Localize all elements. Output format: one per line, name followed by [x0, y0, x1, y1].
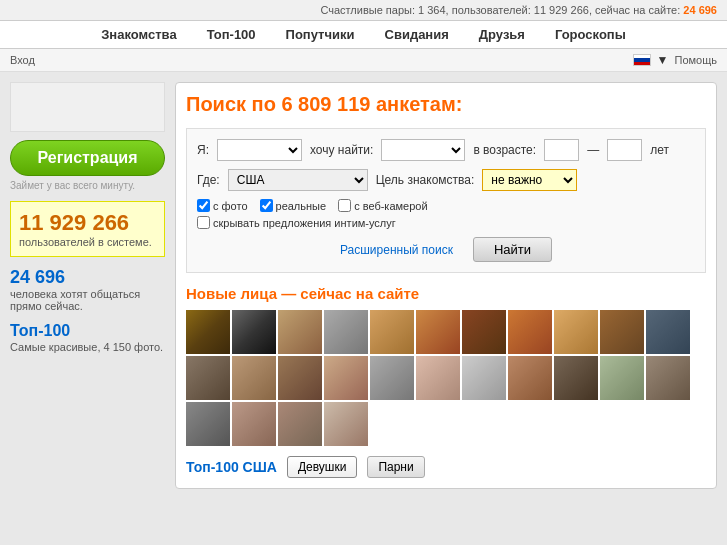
face-thumb-16[interactable]	[370, 356, 414, 400]
face-thumb-13[interactable]	[232, 356, 276, 400]
checkbox-hide-intimate-label[interactable]: скрывать предложения интим-услуг	[197, 216, 396, 229]
flag-icon	[633, 54, 651, 66]
face-thumb-25[interactable]	[278, 402, 322, 446]
i-am-label: Я:	[197, 143, 209, 157]
nav-top100[interactable]: Топ-100	[207, 27, 256, 42]
where-select[interactable]: США	[228, 169, 368, 191]
users-count-box: 11 929 266 пользователей в системе.	[10, 201, 165, 257]
happy-pairs-label: Счастливые пары:	[320, 4, 415, 16]
online-count-link[interactable]: 24 696	[683, 4, 717, 16]
guys-button[interactable]: Парни	[367, 456, 424, 478]
users-count-label: пользователей в системе.	[19, 236, 156, 248]
face-thumb-23[interactable]	[186, 402, 230, 446]
face-thumb-5[interactable]	[370, 310, 414, 354]
purpose-select[interactable]: не важно Дружба Общение Отношения	[482, 169, 577, 191]
looking-for-label: хочу найти:	[310, 143, 373, 157]
checkbox-real-label[interactable]: реальные	[260, 199, 327, 212]
girls-button[interactable]: Девушки	[287, 456, 358, 478]
faces-grid	[186, 310, 706, 446]
face-thumb-6[interactable]	[416, 310, 460, 354]
age-to-input[interactable]	[607, 139, 642, 161]
checkbox-hide-intimate[interactable]	[197, 216, 210, 229]
search-title: Поиск по 6 809 119 анкетам:	[186, 93, 706, 116]
face-thumb-10[interactable]	[600, 310, 644, 354]
reg-note: Займет у вас всего минуту.	[10, 180, 165, 191]
users-label: пользователей:	[452, 4, 531, 16]
face-thumb-4[interactable]	[324, 310, 368, 354]
new-faces-title: Новые лица — сейчас на сайте	[186, 285, 706, 302]
flag-lang: ▼ Помощь	[633, 53, 717, 67]
face-thumb-17[interactable]	[416, 356, 460, 400]
lang-dropdown-arrow[interactable]: ▼	[657, 53, 669, 67]
i-am-select[interactable]: Мужчина Женщина	[217, 139, 302, 161]
face-thumb-9[interactable]	[554, 310, 598, 354]
online-box: 24 696 человека хотят общатьсяпрямо сейч…	[10, 267, 165, 312]
face-thumb-26[interactable]	[324, 402, 368, 446]
face-thumb-11[interactable]	[646, 310, 690, 354]
face-thumb-24[interactable]	[232, 402, 276, 446]
top-bar: Счастливые пары: 1 364, пользователей: 1…	[0, 0, 727, 21]
face-thumb-20[interactable]	[554, 356, 598, 400]
find-button[interactable]: Найти	[473, 237, 552, 262]
checkboxes-row-2: скрывать предложения интим-услуг	[197, 216, 695, 229]
top100-sidebar-link[interactable]: Топ-100	[10, 322, 70, 339]
help-link[interactable]: Помощь	[675, 54, 718, 66]
register-button[interactable]: Регистрация	[10, 140, 165, 176]
sidebar: Регистрация Займет у вас всего минуту. 1…	[10, 82, 165, 489]
face-thumb-3[interactable]	[278, 310, 322, 354]
online-label: сейчас на сайте:	[595, 4, 680, 16]
nav-friends[interactable]: Друзья	[479, 27, 525, 42]
nav-dating[interactable]: Знакомства	[101, 27, 176, 42]
age-from-input[interactable]	[544, 139, 579, 161]
sub-bar: Вход ▼ Помощь	[0, 49, 727, 72]
face-thumb-21[interactable]	[600, 356, 644, 400]
face-thumb-19[interactable]	[508, 356, 552, 400]
age-suffix: лет	[650, 143, 669, 157]
search-box: Я: Мужчина Женщина хочу найти: Мужчину Ж…	[186, 128, 706, 273]
checkbox-photo-label[interactable]: с фото	[197, 199, 248, 212]
top100-box: Топ-100 Самые красивые, 4 150 фото.	[10, 322, 165, 354]
content-area: Поиск по 6 809 119 анкетам: Я: Мужчина Ж…	[175, 82, 717, 489]
checkboxes-row: с фото реальные с веб-камерой	[197, 199, 695, 212]
top100-section-link[interactable]: Топ-100 США	[186, 459, 277, 475]
nav-bar: Знакомства Топ-100 Попутчики Свидания Др…	[0, 21, 727, 49]
purpose-label: Цель знакомства:	[376, 173, 475, 187]
face-thumb-2[interactable]	[232, 310, 276, 354]
face-thumb-15[interactable]	[324, 356, 368, 400]
face-thumb-12[interactable]	[186, 356, 230, 400]
online-count[interactable]: 24 696	[10, 267, 165, 288]
top100-section: Топ-100 США Девушки Парни	[186, 456, 706, 478]
face-thumb-14[interactable]	[278, 356, 322, 400]
checkbox-photo[interactable]	[197, 199, 210, 212]
login-link[interactable]: Вход	[10, 54, 35, 66]
nav-dates[interactable]: Свидания	[385, 27, 449, 42]
face-thumb-18[interactable]	[462, 356, 506, 400]
users-count-number: 11 929 266	[19, 210, 156, 236]
online-label: человека хотят общатьсяпрямо сейчас.	[10, 288, 165, 312]
nav-horoscopes[interactable]: Гороскопы	[555, 27, 626, 42]
logo	[10, 82, 165, 132]
search-actions: Расширенный поиск Найти	[197, 237, 695, 262]
face-thumb-22[interactable]	[646, 356, 690, 400]
checkbox-webcam[interactable]	[338, 199, 351, 212]
looking-for-select[interactable]: Мужчину Женщину	[381, 139, 465, 161]
where-label: Где:	[197, 173, 220, 187]
top100-desc: Самые красивые, 4 150 фото.	[10, 341, 163, 353]
advanced-search-link[interactable]: Расширенный поиск	[340, 243, 453, 257]
happy-pairs-link[interactable]: 1 364	[418, 4, 446, 16]
checkbox-webcam-label[interactable]: с веб-камерой	[338, 199, 427, 212]
face-thumb-7[interactable]	[462, 310, 506, 354]
nav-travel[interactable]: Попутчики	[286, 27, 355, 42]
checkbox-real[interactable]	[260, 199, 273, 212]
age-separator: —	[587, 143, 599, 157]
age-label: в возрасте:	[473, 143, 536, 157]
face-thumb-1[interactable]	[186, 310, 230, 354]
face-thumb-8[interactable]	[508, 310, 552, 354]
users-count-link[interactable]: 11 929 266	[534, 4, 589, 16]
